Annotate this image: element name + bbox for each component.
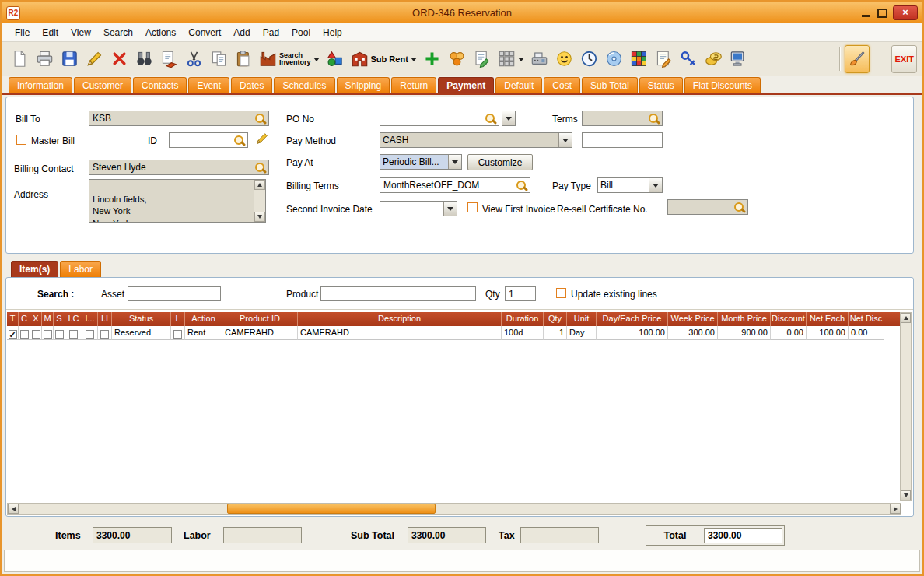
sub-rent-button[interactable]: Sub Rent [348, 45, 420, 73]
column-header-x[interactable]: X [30, 312, 42, 326]
chevron-down-icon[interactable] [313, 58, 320, 65]
tab-event[interactable]: Event [188, 77, 229, 93]
update-existing-lines-checkbox[interactable] [556, 288, 566, 298]
chevron-down-icon[interactable] [443, 202, 457, 216]
cut-button[interactable] [181, 45, 206, 73]
minimize-button[interactable] [861, 8, 872, 19]
menu-search[interactable]: Search [97, 25, 139, 40]
exit-button[interactable]: EXIT [891, 45, 917, 73]
tab-sub-total[interactable]: Sub Total [582, 77, 638, 93]
column-header-net-each[interactable]: Net Each [807, 312, 849, 326]
po-no-dropdown-button[interactable] [502, 111, 516, 126]
new-document-button[interactable] [7, 45, 32, 73]
chevron-down-icon[interactable] [518, 58, 524, 65]
tab-schedules[interactable]: Schedules [274, 77, 334, 93]
column-header-month-price[interactable]: Month Price [718, 312, 771, 326]
column-header-product-id[interactable]: Product ID [222, 312, 298, 326]
asset-search-input[interactable] [128, 286, 221, 301]
scroll-left-button[interactable] [8, 504, 19, 514]
items-tab-labor[interactable]: Labor [60, 261, 101, 277]
clock-button[interactable] [577, 45, 602, 73]
search-inventory-button[interactable]: Search Inventory [256, 45, 323, 73]
tab-flat-discounts[interactable]: Flat Discounts [684, 77, 761, 93]
column-header-discount[interactable]: Discount [771, 312, 807, 326]
row-checkbox-l[interactable] [173, 330, 182, 339]
row-checkbox-i[interactable] [86, 330, 94, 339]
column-header-m[interactable]: M [42, 312, 54, 326]
column-header-duration[interactable]: Duration [502, 312, 544, 326]
scroll-up-button[interactable] [254, 180, 265, 190]
menu-view[interactable]: View [65, 25, 97, 40]
tab-dates[interactable]: Dates [231, 77, 272, 93]
product-search-input[interactable] [320, 286, 476, 301]
chevron-down-icon[interactable] [649, 178, 662, 192]
column-header-s[interactable]: S [54, 312, 65, 326]
chevron-down-icon[interactable] [448, 155, 461, 169]
save-button[interactable] [57, 45, 82, 73]
disk-button[interactable] [602, 45, 627, 73]
row-checkbox-i-i[interactable] [100, 330, 109, 339]
id-field[interactable] [169, 132, 248, 148]
pay-method-combobox[interactable]: CASH [380, 132, 572, 148]
menu-pool[interactable]: Pool [285, 25, 317, 40]
note-pencil-button[interactable] [652, 45, 677, 73]
computer-button[interactable] [726, 45, 751, 73]
maximize-button[interactable] [877, 9, 887, 18]
column-header-unit[interactable]: Unit [567, 312, 597, 326]
customize-button[interactable]: Customize [467, 154, 533, 170]
column-header-action[interactable]: Action [185, 312, 222, 326]
menu-file[interactable]: File [9, 25, 36, 40]
chevron-down-icon[interactable] [558, 133, 572, 147]
qty-input[interactable]: 1 [505, 286, 536, 301]
scroll-up-button[interactable] [901, 313, 911, 323]
tab-payment[interactable]: Payment [438, 77, 494, 93]
copy-button[interactable] [206, 45, 231, 73]
menu-actions[interactable]: Actions [139, 25, 182, 40]
master-bill-checkbox[interactable] [16, 135, 26, 145]
menu-help[interactable]: Help [317, 25, 348, 40]
column-header-week-price[interactable]: Week Price [668, 312, 718, 326]
row-checkbox-c[interactable] [20, 330, 29, 339]
find-binoculars-button[interactable] [131, 45, 156, 73]
key-button[interactable] [677, 45, 702, 73]
resell-certificate-field[interactable] [667, 199, 748, 215]
pay-at-combobox[interactable]: Periodic Bill... [380, 154, 462, 170]
billing-contact-field[interactable]: Steven Hyde [89, 160, 269, 175]
column-header-day-each-price[interactable]: Day/Each Price [597, 312, 668, 326]
column-header-net-disc[interactable]: Net Disc [849, 312, 884, 326]
menu-add[interactable]: Add [227, 25, 256, 40]
items-vertical-scrollbar[interactable] [900, 312, 912, 501]
address-field[interactable]: Lincoln fields, New York New York [89, 179, 266, 223]
print-button[interactable] [32, 45, 57, 73]
close-button[interactable]: × [893, 5, 918, 20]
tab-information[interactable]: Information [9, 77, 72, 93]
menu-edit[interactable]: Edit [36, 25, 65, 40]
fax-button[interactable] [527, 45, 552, 73]
tab-return[interactable]: Return [391, 77, 436, 93]
column-header-description[interactable]: Description [298, 312, 502, 326]
column-header-status[interactable]: Status [112, 312, 171, 326]
search-icon[interactable] [516, 181, 527, 191]
tab-customer[interactable]: Customer [74, 77, 131, 93]
table-row[interactable]: ReservedRentCAMERAHDCAMERAHD100d1Day100.… [7, 326, 901, 340]
column-header-t[interactable]: T [7, 312, 19, 326]
paste-button[interactable] [231, 45, 256, 73]
row-checkbox-t[interactable] [9, 330, 17, 339]
scroll-down-button[interactable] [254, 212, 265, 222]
column-header-i-c[interactable]: I.C [65, 312, 82, 326]
shapes-button[interactable] [323, 45, 348, 73]
add-button[interactable] [420, 45, 445, 73]
row-checkbox-i-c[interactable] [69, 330, 78, 339]
search-icon[interactable] [485, 114, 496, 125]
stamps-button[interactable] [495, 45, 527, 73]
address-scrollbar[interactable] [254, 180, 265, 222]
scrollbar-thumb[interactable] [227, 504, 436, 514]
row-checkbox-s[interactable] [55, 330, 64, 339]
search-icon[interactable] [649, 114, 660, 125]
note-edit-button[interactable] [470, 45, 495, 73]
tab-cost[interactable]: Cost [544, 77, 580, 93]
second-invoice-date-field[interactable] [380, 201, 457, 216]
menu-convert[interactable]: Convert [182, 25, 227, 40]
brush-button[interactable] [845, 45, 870, 73]
billing-terms-field[interactable]: MonthResetOFF_DOM [380, 177, 530, 193]
